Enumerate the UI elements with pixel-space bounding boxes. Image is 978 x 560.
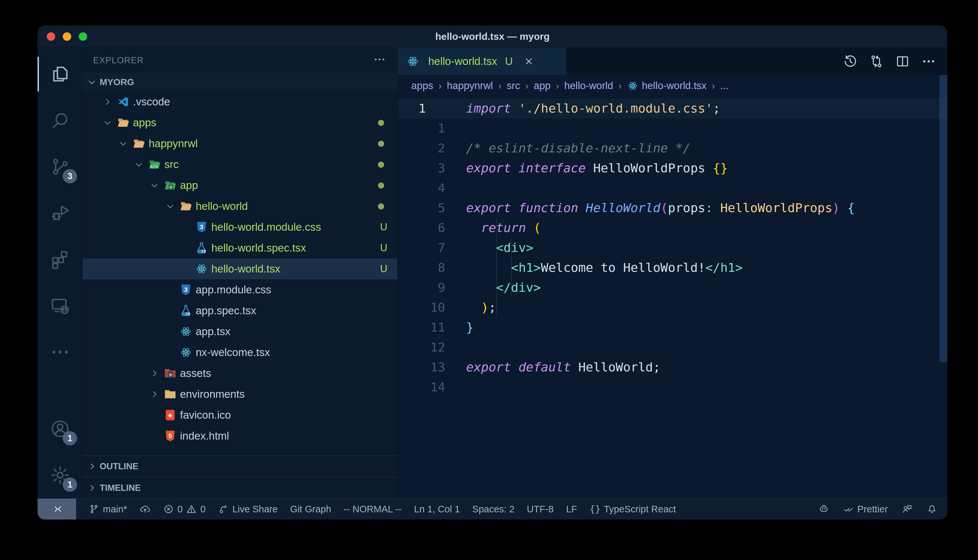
error-icon [163, 503, 174, 515]
code-text [445, 118, 466, 138]
folder-closed-icon [164, 388, 180, 401]
activity-item-accounts[interactable]: 1 [38, 406, 82, 452]
tree-item-happynrwl[interactable]: happynrwl [83, 133, 397, 154]
activity-item-explorer[interactable] [38, 51, 82, 97]
status-problems[interactable]: 00 [163, 503, 206, 515]
section-timeline[interactable]: TIMELINE [83, 477, 397, 498]
tree-item-apps[interactable]: apps [83, 112, 397, 133]
section-outline[interactable]: OUTLINE [83, 455, 397, 477]
tree-item-app[interactable]: ⚙app [83, 175, 397, 196]
compare-icon [869, 54, 884, 69]
line-number: 14 [398, 377, 445, 397]
breadcrumb-separator: › [438, 81, 441, 92]
svg-text:★: ★ [167, 412, 173, 419]
status-language-mode[interactable]: {}TypeScript React [590, 504, 676, 515]
zoom-window-button[interactable] [79, 32, 87, 41]
tree-item-favicon.ico[interactable]: ★favicon.ico [83, 405, 397, 425]
tab-hello-world-tsx[interactable]: hello-world.tsx U [398, 48, 567, 75]
tree-item-hello-world.spec.tsx[interactable]: TShello-world.spec.tsxU [83, 238, 397, 258]
status-eol[interactable]: LF [566, 504, 577, 515]
react-icon [406, 55, 422, 68]
status-git-graph[interactable]: Git Graph [290, 504, 331, 515]
status-copilot[interactable] [818, 503, 829, 515]
activity-item-source-control[interactable]: 3 [38, 143, 82, 190]
breadcrumb-item-hello-world[interactable]: hello-world [564, 80, 613, 92]
breadcrumb-item-apps[interactable]: apps [411, 80, 433, 92]
chevron-down-icon [134, 159, 148, 170]
section-myorg-label: MYORG [100, 77, 134, 87]
svg-text:TS: TS [201, 249, 206, 253]
status-feedback[interactable] [901, 503, 913, 515]
tree-item-hello-world.tsx[interactable]: hello-world.tsxU [83, 258, 397, 279]
editor-scrollbar[interactable] [940, 75, 947, 362]
status-live-share[interactable]: Live Share [218, 503, 278, 515]
git-modified-dot-badge [378, 141, 384, 147]
close-window-button[interactable] [47, 32, 55, 41]
open-timeline-button[interactable] [843, 54, 858, 69]
breadcrumb-item-hello-world.tsx[interactable]: hello-world.tsx [627, 80, 707, 92]
tree-item-assets[interactable]: ⚙assets [83, 363, 397, 384]
status-indentation[interactable]: Spaces: 2 [472, 504, 515, 515]
status-label: main* [103, 504, 127, 515]
activity-item-more-views[interactable] [38, 329, 82, 375]
tree-item-app.tsx[interactable]: app.tsx [83, 321, 397, 342]
chevron-right-icon [149, 368, 164, 378]
ellipsis-icon [921, 54, 936, 69]
status-notifications[interactable] [926, 503, 938, 515]
breadcrumb-item-...[interactable]: ... [720, 80, 729, 92]
tree-item-label: apps [133, 117, 157, 129]
tree-item-.vscode[interactable]: .vscode [83, 92, 397, 112]
tab-close-button[interactable] [523, 56, 534, 67]
activity-item-settings[interactable]: 1 [38, 452, 82, 498]
tree-item-nx-welcome.tsx[interactable]: nx-welcome.tsx [83, 342, 397, 363]
open-changes-button[interactable] [869, 54, 884, 69]
chevron-down-icon [87, 77, 97, 87]
section-myorg[interactable]: MYORG [83, 73, 397, 92]
code-editor[interactable]: 1import './hello-world.module.css';12/* … [398, 97, 947, 498]
explorer-more-actions-button[interactable] [373, 53, 386, 68]
breadcrumb-item-happynrwl[interactable]: happynrwl [447, 80, 493, 92]
tree-item-hello-world.module.css[interactable]: 3hello-world.module.cssU [83, 217, 397, 238]
activity-item-search[interactable] [38, 97, 82, 143]
tree-item-label: index.html [180, 430, 229, 442]
breadcrumb-label: ... [720, 80, 729, 92]
tree-item-app.spec.tsx[interactable]: TSapp.spec.tsx [83, 300, 397, 321]
status-sync-changes[interactable] [139, 503, 150, 515]
breadcrumb-item-src[interactable]: src [507, 80, 520, 92]
more-actions-button[interactable] [921, 54, 936, 69]
svg-text:⚙: ⚙ [169, 372, 172, 377]
tree-item-hello-world[interactable]: hello-world [83, 196, 397, 217]
chevron-right-icon [102, 97, 117, 107]
activity-item-run-debug[interactable] [38, 190, 82, 236]
minimize-window-button[interactable] [63, 32, 71, 41]
status-remote-indicator[interactable] [38, 498, 76, 520]
status-cursor-position[interactable]: Ln 1, Col 1 [414, 504, 460, 515]
breadcrumb-label: app [534, 80, 551, 92]
test-icon: TS [195, 242, 211, 255]
code-line: 10 ); [398, 298, 947, 318]
split-editor-button[interactable] [895, 54, 910, 69]
code-line: 4 [398, 178, 947, 198]
status-encoding[interactable]: UTF-8 [527, 504, 554, 515]
code-line: 13export default HelloWorld; [398, 357, 947, 377]
breadcrumb-item-app[interactable]: app [534, 80, 551, 92]
activity-item-remote-explorer[interactable] [38, 283, 82, 329]
tree-item-src[interactable]: </>src [83, 154, 397, 175]
status-git-branch[interactable]: main* [89, 503, 127, 515]
line-number: 5 [398, 198, 445, 218]
branch-icon [89, 503, 100, 515]
css-icon: 3 [179, 283, 196, 296]
desktop: { "window": { "title": "hello-world.tsx … [0, 0, 978, 560]
status-label: 0 [177, 504, 182, 515]
status-vim-mode[interactable]: -- NORMAL -- [344, 504, 402, 515]
tree-item-environments[interactable]: environments [83, 384, 397, 405]
code-line: 2/* eslint-disable-next-line */ [398, 138, 947, 158]
status-prettier[interactable]: Prettier [843, 503, 888, 515]
tree-item-label: hello-world [196, 200, 248, 212]
line-number: 4 [398, 178, 445, 198]
tree-item-app.module.css[interactable]: 3app.module.css [83, 279, 397, 300]
search-icon [49, 110, 71, 131]
activity-item-extensions[interactable] [38, 236, 82, 283]
code-text: </div> [445, 278, 541, 298]
tree-item-index.html[interactable]: 5index.html [83, 425, 397, 447]
